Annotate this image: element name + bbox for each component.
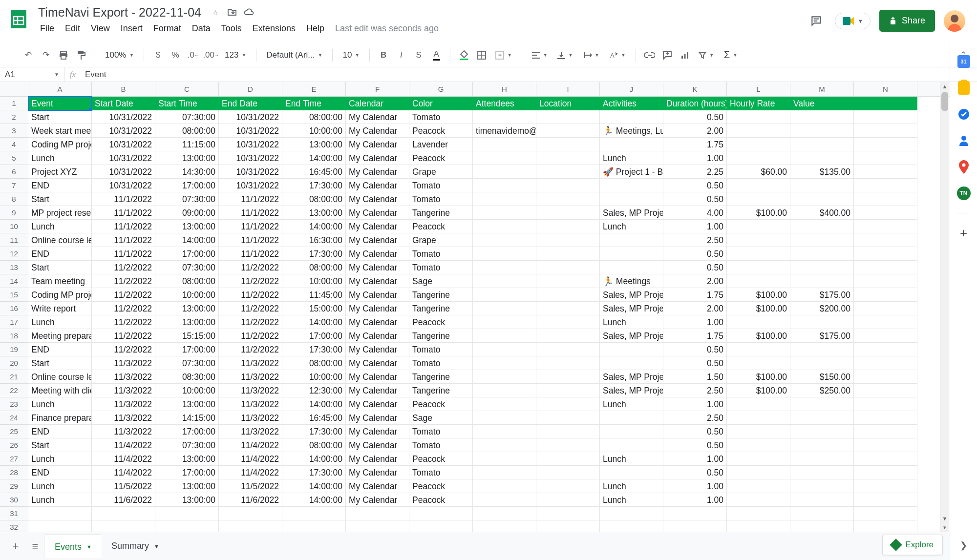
cell[interactable]: 17:00:00	[155, 466, 219, 479]
cell[interactable]	[536, 507, 600, 520]
row-header[interactable]: 1	[0, 97, 28, 110]
col-header[interactable]: B	[92, 82, 155, 96]
cell[interactable]	[854, 384, 917, 397]
cell[interactable]: $175.00	[790, 288, 854, 302]
cell[interactable]	[536, 397, 600, 411]
cell[interactable]	[600, 411, 663, 425]
cell[interactable]: 14:30:00	[155, 165, 219, 179]
cell[interactable]	[600, 438, 663, 452]
cell[interactable]: $135.00	[790, 165, 854, 179]
borders-button[interactable]	[474, 47, 489, 63]
cell[interactable]	[536, 288, 600, 302]
cell[interactable]: 13:00:00	[155, 151, 219, 165]
font-size-dropdown[interactable]: 10▼	[339, 47, 363, 63]
cell[interactable]	[854, 233, 917, 247]
cell[interactable]: My Calendar	[346, 438, 409, 452]
cell[interactable]: 11/2/2022	[219, 343, 282, 356]
cell[interactable]: 10/31/2022	[219, 151, 282, 165]
fill-color-button[interactable]	[456, 47, 472, 63]
cell[interactable]	[663, 520, 727, 532]
cell[interactable]: Lunch	[600, 493, 663, 507]
cell[interactable]: 11/4/2022	[219, 438, 282, 452]
cell[interactable]	[92, 507, 155, 520]
menu-view[interactable]: View	[86, 21, 115, 36]
add-addon-button[interactable]: +	[957, 226, 971, 240]
cell[interactable]	[854, 302, 917, 315]
cell[interactable]: 10/31/2022	[219, 179, 282, 192]
cell[interactable]	[854, 507, 917, 520]
cloud-icon[interactable]	[243, 7, 254, 18]
cell[interactable]	[600, 261, 663, 274]
cell[interactable]: My Calendar	[346, 343, 409, 356]
cell[interactable]: Tomato	[409, 438, 473, 452]
cell[interactable]: My Calendar	[346, 466, 409, 479]
cell[interactable]: 11:45:00	[282, 288, 346, 302]
col-header[interactable]: H	[473, 82, 536, 96]
cell[interactable]: 1.00	[663, 315, 727, 329]
cell[interactable]	[282, 507, 346, 520]
cell[interactable]: 17:00:00	[155, 343, 219, 356]
cell[interactable]: 11/2/2022	[219, 261, 282, 274]
spreadsheet-grid[interactable]: ABCDEFGHIJKLMN 1EventStart DateStart Tim…	[0, 82, 950, 532]
cell[interactable]: 4.00	[663, 206, 727, 220]
cell[interactable]	[727, 397, 790, 411]
row-header[interactable]: 19	[0, 343, 28, 356]
cell[interactable]: Grape	[409, 165, 473, 179]
last-edit-link[interactable]: Last edit was seconds ago	[335, 23, 439, 34]
cell[interactable]: 11/2/2022	[92, 261, 155, 274]
row-header[interactable]: 18	[0, 329, 28, 343]
cell[interactable]: 11/1/2022	[219, 206, 282, 220]
cell[interactable]	[92, 520, 155, 532]
cell[interactable]	[854, 247, 917, 261]
doc-title[interactable]: TimeNavi Export - 2022-11-04	[35, 4, 204, 21]
cell[interactable]	[473, 343, 536, 356]
cell[interactable]: 11/1/2022	[92, 233, 155, 247]
cell[interactable]	[790, 356, 854, 370]
col-header[interactable]: N	[854, 82, 917, 96]
row-header[interactable]: 21	[0, 370, 28, 384]
cell[interactable]	[727, 192, 790, 206]
cell[interactable]	[219, 520, 282, 532]
cell[interactable]: Tangerine	[409, 370, 473, 384]
cell[interactable]	[473, 261, 536, 274]
cell[interactable]: 16:30:00	[282, 233, 346, 247]
cell[interactable]: END	[28, 179, 92, 192]
cell[interactable]	[473, 206, 536, 220]
cell[interactable]: 10/31/2022	[219, 124, 282, 138]
cell[interactable]	[600, 138, 663, 151]
cell[interactable]: Lunch	[600, 452, 663, 466]
cell[interactable]: Tangerine	[409, 302, 473, 315]
cell[interactable]: 11/3/2022	[219, 411, 282, 425]
cell[interactable]: 1.00	[663, 452, 727, 466]
cell[interactable]: 14:00:00	[282, 220, 346, 233]
cell[interactable]: Meeting prepara	[28, 329, 92, 343]
cell[interactable]	[854, 192, 917, 206]
functions-dropdown[interactable]: Σ▼	[720, 47, 742, 63]
cell[interactable]: 14:00:00	[282, 151, 346, 165]
cell[interactable]	[727, 151, 790, 165]
bold-button[interactable]: B	[376, 47, 391, 63]
cell[interactable]: $100.00	[727, 384, 790, 397]
col-header[interactable]: D	[219, 82, 282, 96]
cell[interactable]: 11/3/2022	[92, 356, 155, 370]
cell[interactable]: 13:00:00	[282, 138, 346, 151]
cell[interactable]	[790, 438, 854, 452]
cell[interactable]: My Calendar	[346, 384, 409, 397]
cell[interactable]	[600, 425, 663, 438]
row-header[interactable]: 5	[0, 151, 28, 165]
cell[interactable]	[473, 520, 536, 532]
cell[interactable]: 0.50	[663, 179, 727, 192]
col-header[interactable]: E	[282, 82, 346, 96]
cell[interactable]	[155, 507, 219, 520]
cell[interactable]	[473, 411, 536, 425]
cell[interactable]	[790, 151, 854, 165]
cell[interactable]	[790, 315, 854, 329]
cell[interactable]	[790, 247, 854, 261]
keep-addon-icon[interactable]	[957, 81, 971, 95]
cell[interactable]: My Calendar	[346, 138, 409, 151]
cell[interactable]: 11/2/2022	[219, 274, 282, 288]
cell[interactable]	[536, 384, 600, 397]
share-button[interactable]: Share	[879, 10, 935, 32]
cell[interactable]	[536, 356, 600, 370]
cell[interactable]: 07:30:00	[155, 192, 219, 206]
